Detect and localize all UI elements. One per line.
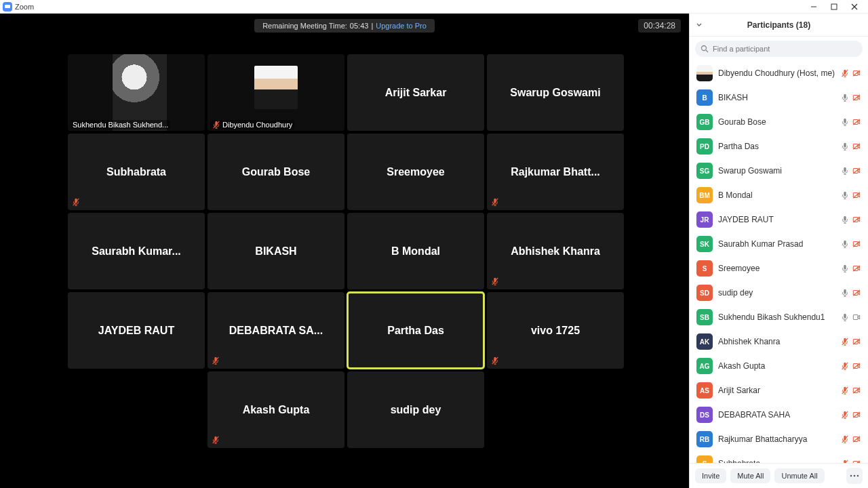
- participant-row[interactable]: Dibyendu Choudhury (Host, me): [690, 61, 868, 85]
- participant-row[interactable]: SDsudip dey: [690, 281, 868, 305]
- remaining-time-value: 05:43: [350, 22, 369, 30]
- video-tile[interactable]: Partha Das: [347, 292, 484, 369]
- collapse-panel-button[interactable]: [695, 21, 703, 29]
- participant-row[interactable]: ASArijit Sarkar: [690, 378, 868, 403]
- participant-row[interactable]: SGSwarup Goswami: [690, 159, 868, 183]
- mic-muted-icon: [212, 121, 220, 129]
- remaining-time-label: Remaining Meeting Time:: [262, 22, 347, 30]
- participants-list[interactable]: Dibyendu Choudhury (Host, me)BBIKASHGBGo…: [690, 61, 868, 463]
- avatar: [696, 65, 713, 81]
- mic-on-icon: [841, 118, 849, 126]
- camera-off-icon: [852, 386, 861, 394]
- mic-on-icon: [841, 313, 849, 321]
- video-tile[interactable]: JAYDEB RAUT: [68, 292, 205, 369]
- video-tile[interactable]: Saurabh Kumar...: [68, 213, 205, 289]
- participant-row[interactable]: BMB Mondal: [690, 183, 868, 207]
- mic-muted-icon: [491, 198, 499, 206]
- video-tile[interactable]: sudip dey: [347, 371, 484, 448]
- video-tile[interactable]: vivo 1725: [487, 292, 624, 369]
- invite-button[interactable]: Invite: [695, 468, 726, 483]
- camera-off-icon: [852, 167, 861, 175]
- video-tile[interactable]: Akash Gupta: [208, 371, 344, 448]
- participant-row[interactable]: BBIKASH: [690, 85, 868, 110]
- participant-name: Abhishek Khanra: [718, 337, 835, 346]
- participant-row[interactable]: SSreemoyee: [690, 256, 868, 281]
- mute-all-button[interactable]: Mute All: [730, 468, 770, 483]
- avatar: SB: [696, 309, 713, 325]
- video-tile[interactable]: Arijit Sarkar: [347, 54, 484, 131]
- participant-row[interactable]: SKSaurabh Kumar Prasad: [690, 232, 868, 256]
- video-tile[interactable]: Sukhendu Bikash Sukhend...: [68, 54, 205, 131]
- tile-name-label: B Mondal: [387, 245, 444, 258]
- participant-name: Gourab Bose: [718, 117, 835, 127]
- video-tile[interactable]: Subhabrata: [68, 134, 205, 210]
- upgrade-banner: Remaining Meeting Time: 05:43 | Upgrade …: [254, 19, 435, 33]
- camera-off-icon: [852, 289, 861, 297]
- avatar: RB: [696, 431, 713, 447]
- mic-muted-icon: [841, 435, 849, 443]
- video-tile[interactable]: Rajkumar Bhatt...: [487, 134, 624, 210]
- camera-off-icon: [852, 142, 861, 150]
- video-tile[interactable]: B Mondal: [347, 213, 484, 289]
- participant-row[interactable]: JRJAYDEB RAUT: [690, 207, 868, 232]
- tile-name-label: Partha Das: [383, 325, 448, 337]
- video-tile[interactable]: Dibyendu Choudhury: [208, 54, 344, 131]
- tile-name-label: Akash Gupta: [239, 404, 314, 416]
- meeting-elapsed-timer: 00:34:28: [638, 19, 681, 33]
- minimize-button[interactable]: [808, 1, 819, 12]
- camera-off-icon: [852, 435, 861, 443]
- participant-name: Akash Gupta: [718, 361, 835, 371]
- participant-search-input[interactable]: [713, 45, 857, 53]
- video-tile[interactable]: Sreemoyee: [347, 134, 484, 210]
- camera-off-icon: [852, 118, 861, 126]
- close-button[interactable]: [849, 1, 860, 12]
- tile-name-label: Abhishek Khanra: [507, 245, 604, 258]
- mic-muted-icon: [841, 362, 849, 370]
- more-options-button[interactable]: [846, 468, 863, 484]
- mic-on-icon: [841, 264, 849, 272]
- camera-off-icon: [852, 264, 861, 272]
- video-tile[interactable]: DEBABRATA SA...: [208, 292, 344, 369]
- participant-row[interactable]: RBRajkumar Bhattacharyya: [690, 427, 868, 451]
- tile-name-label: JAYDEB RAUT: [94, 325, 178, 337]
- video-tile[interactable]: Gourab Bose: [208, 134, 344, 210]
- camera-off-icon: [852, 69, 861, 77]
- mic-muted-icon: [491, 357, 499, 365]
- video-tile[interactable]: BIKASH: [208, 213, 344, 289]
- avatar: SK: [696, 236, 713, 252]
- camera-off-icon: [852, 240, 861, 248]
- video-tile[interactable]: Swarup Goswami: [487, 54, 624, 131]
- camera-off-icon: [852, 94, 861, 102]
- participant-search[interactable]: [695, 41, 863, 57]
- participant-row[interactable]: SBSukhendu Bikash Sukhendu1: [690, 305, 868, 329]
- participant-row[interactable]: PDPartha Das: [690, 134, 868, 159]
- upgrade-link[interactable]: Upgrade to Pro: [376, 22, 427, 30]
- video-tile[interactable]: Abhishek Khanra: [487, 213, 624, 289]
- mic-muted-icon: [212, 436, 220, 444]
- participants-title: Participants (18): [747, 20, 810, 30]
- maximize-button[interactable]: [829, 1, 840, 12]
- tile-name-label: Saurabh Kumar...: [87, 245, 185, 258]
- avatar: S: [696, 260, 713, 277]
- participant-video: [254, 66, 298, 109]
- unmute-all-button[interactable]: Unmute All: [774, 468, 824, 483]
- mic-on-icon: [841, 216, 849, 224]
- participant-row[interactable]: AGAkash Gupta: [690, 354, 868, 378]
- search-icon: [701, 45, 709, 53]
- participant-row[interactable]: SSubhabrata: [690, 451, 868, 463]
- participant-row[interactable]: GBGourab Bose: [690, 110, 868, 134]
- participant-row[interactable]: AKAbhishek Khanra: [690, 329, 868, 354]
- participant-row[interactable]: DSDEBABRATA SAHA: [690, 403, 868, 427]
- zoom-logo-icon: [3, 2, 12, 12]
- tile-name-label: BIKASH: [251, 245, 300, 258]
- mic-muted-icon: [72, 198, 80, 206]
- camera-off-icon: [852, 362, 861, 370]
- mic-muted-icon: [841, 338, 849, 346]
- mic-muted-icon: [841, 69, 849, 77]
- tile-name-label: Gourab Bose: [238, 166, 314, 178]
- tile-name-label: vivo 1725: [527, 325, 584, 337]
- avatar: DS: [696, 407, 713, 423]
- svg-point-10: [850, 475, 852, 477]
- participant-name: DEBABRATA SAHA: [718, 410, 835, 420]
- svg-point-11: [854, 475, 856, 477]
